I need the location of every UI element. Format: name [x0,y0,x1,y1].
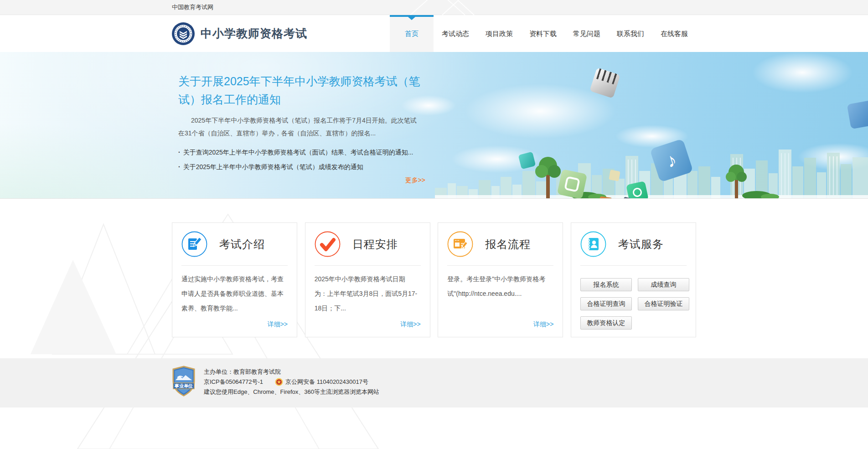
form-pencil-icon [447,231,473,257]
news-item[interactable]: 关于查询2025年上半年中小学教师资格考试（面试）结果、考试合格证明的通知... [178,145,425,160]
card-title: 报名流程 [485,237,531,252]
footer-organizer: 主办单位：教育部教育考试院 [204,367,379,377]
card-process: 报名流程 登录。考生登录"中小学教师资格考试"(http://ntce.neea… [438,222,563,337]
footer: 事业单位 主办单位：教育部教育考试院 京ICP备05064772号-1 京公网安… [0,358,868,408]
hero-banner: ♪ 关于开展2025年下半年中小学教师资格考试（笔试）报名工作的通知 2025年… [0,52,868,199]
card-body: 2025年中小学教师资格考试日期为：上半年笔试3月8日，面试5月17-18日；下… [315,266,418,315]
news-list: 关于查询2025年上半年中小学教师资格考试（面试）结果、考试合格证明的通知...… [178,145,425,174]
nav-item-download[interactable]: 资料下载 [521,15,565,52]
site-title: 中小学教师资格考试 [201,26,307,41]
card-body: 通过实施中小学教师资格考试，考查申请人是否具备教师职业道德、基本素养、教育教学能… [181,266,284,315]
nav-item-news[interactable]: 考试动态 [434,15,477,52]
card-title: 考试介绍 [219,237,265,252]
news-item[interactable]: 关于2025年上半年中小学教师资格考试（笔试）成绩发布的通知 [178,160,425,174]
card-detail-link[interactable]: 详细>> [268,320,288,329]
header: 中小学教师资格考试 首页考试动态项目政策资料下载常见问题联系我们在线客服 [0,15,868,52]
card-schedule: 日程安排 2025年中小学教师资格考试日期为：上半年笔试3月8日，面试5月17-… [305,222,430,337]
nav-item-service[interactable]: 在线客服 [652,15,696,52]
feature-cards: 考试介绍 通过实施中小学教师资格考试，考查申请人是否具备教师职业道德、基本素养、… [172,222,696,337]
footer-police-link[interactable]: 京公网安备 11040202430017号 [285,377,368,387]
service-buttons: 报名系统成绩查询合格证明查询合格证明验证教师资格认定 [580,278,687,330]
svg-text:事业单位: 事业单位 [174,383,193,388]
cloud [752,52,852,93]
cube-blue-edge [847,100,868,129]
nav-item-faq[interactable]: 常见问题 [565,15,609,52]
notice-title-link[interactable]: 关于开展2025年下半年中小学教师资格考试（笔试）报名工作的通知 [178,72,425,108]
main-nav: 首页考试动态项目政策资料下载常见问题联系我们在线客服 [390,15,696,52]
nav-item-policy[interactable]: 项目政策 [477,15,521,52]
cube-beige [609,170,620,181]
card-intro: 考试介绍 通过实施中小学教师资格考试，考查申请人是否具备教师职业道德、基本素养、… [172,222,297,337]
topbar: 中国教育考试网 [0,0,868,15]
card-service: 考试服务 报名系统成绩查询合格证明查询合格证明验证教师资格认定 [571,222,696,337]
more-link[interactable]: 更多>> [178,176,425,185]
institution-badge-icon: 事业单位 [172,366,196,397]
ntce-logo-icon [172,22,195,45]
card-detail-link[interactable]: 详细>> [533,320,553,329]
topbar-watermark [374,0,492,15]
service-button[interactable]: 报名系统 [580,278,632,291]
card-head: 报名流程 [447,223,553,266]
card-head: 考试服务 [580,223,687,266]
nav-item-contact[interactable]: 联系我们 [609,15,652,52]
service-button[interactable]: 成绩查询 [638,278,689,291]
notice-summary: 2025年下半年中小学教师资格考试（笔试）报名工作将于7月4日开始。此次笔试在3… [178,114,420,139]
check-icon [315,231,341,257]
card-head: 考试介绍 [181,223,288,266]
address-book-icon [580,231,606,257]
card-detail-link[interactable]: 详细>> [400,320,420,329]
footer-icp: 京ICP备05064772号-1 [204,377,263,387]
card-title: 考试服务 [618,237,664,252]
card-body: 登录。考生登录"中小学教师资格考试"(http://ntce.neea.edu.… [447,266,550,301]
card-title: 日程安排 [352,237,398,252]
service-button[interactable]: 教师资格认定 [580,316,632,330]
footer-browser-tip: 建议您使用Edge、Chrome、Firefox、360等主流浏览器浏览本网站 [204,387,379,397]
service-button[interactable]: 合格证明查询 [580,297,632,310]
nav-item-home[interactable]: 首页 [390,15,434,52]
card-head: 日程安排 [315,223,421,266]
service-button[interactable]: 合格证明验证 [638,297,689,310]
tree [726,165,747,198]
doc-pencil-icon [181,231,207,257]
cube-green-frame [557,169,587,199]
topbar-site-link[interactable]: 中国教育考试网 [172,4,213,10]
police-badge-icon [275,378,283,386]
